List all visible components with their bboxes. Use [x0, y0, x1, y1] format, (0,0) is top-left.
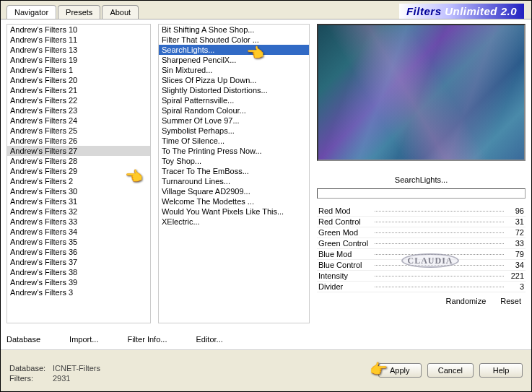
- param-label: Blue Control: [318, 261, 365, 269]
- right-area: SearchLights... Red Mod96Red Control31Gr…: [317, 24, 526, 349]
- param-label: Green Mod: [318, 228, 361, 237]
- filter-item[interactable]: Summer Of Love 97...: [159, 116, 309, 126]
- filter-item[interactable]: Slightly Distorted Distortions...: [159, 85, 309, 95]
- app-window: Navigator Presets About Filters Unlimite…: [0, 0, 532, 392]
- cancel-button[interactable]: Cancel: [427, 363, 474, 378]
- param-label: Blue Mod: [318, 250, 354, 258]
- filter-item[interactable]: To The Printing Press Now...: [159, 146, 309, 156]
- filter-item[interactable]: Would You Want Pixels Like This...: [159, 206, 309, 217]
- category-item[interactable]: Andrew's Filters 29: [7, 166, 150, 176]
- footer-buttons: Apply Cancel Help: [378, 363, 523, 378]
- category-item[interactable]: Andrew's Filters 3: [7, 287, 150, 297]
- category-item[interactable]: Andrew's Filters 22: [7, 95, 150, 105]
- category-panel: Andrew's Filters 10Andrew's Filters 11An…: [6, 24, 151, 323]
- category-item[interactable]: Andrew's Filters 11: [7, 35, 150, 45]
- filter-item[interactable]: Sharpened PencilX...: [159, 55, 309, 65]
- parameters-list: Red Mod96Red Control31Green Mod72Green C…: [317, 206, 526, 292]
- category-item[interactable]: Andrew's Filters 31: [7, 196, 150, 206]
- filters-label: Filters:: [9, 373, 53, 383]
- filter-item[interactable]: Symbolist Perhaps...: [159, 126, 309, 136]
- category-item[interactable]: Andrew's Filters 39: [7, 277, 150, 287]
- filter-item[interactable]: Welcome The Modettes ...: [159, 196, 309, 206]
- category-item[interactable]: Andrew's Filters 35: [7, 237, 150, 247]
- tab-about[interactable]: About: [102, 5, 139, 19]
- db-value: ICNET-Filters: [53, 364, 100, 373]
- preview-image: [317, 24, 526, 161]
- param-value: 33: [513, 239, 524, 248]
- category-item[interactable]: Andrew's Filters 21: [7, 85, 150, 95]
- param-value: 72: [513, 228, 524, 237]
- category-item[interactable]: Andrew's Filters 37: [7, 257, 150, 267]
- category-item[interactable]: Andrew's Filters 32: [7, 206, 150, 217]
- apply-button[interactable]: Apply: [378, 363, 422, 378]
- category-item[interactable]: Andrew's Filters 30: [7, 186, 150, 196]
- param-row[interactable]: Intensity221: [317, 271, 526, 282]
- progress-bar: [317, 188, 526, 199]
- category-item[interactable]: Andrew's Filters 26: [7, 136, 150, 146]
- filter-panel: Bit Shifting A Shoe Shop...Filter That S…: [158, 24, 310, 323]
- param-row[interactable]: Blue Mod79: [317, 249, 526, 260]
- category-item[interactable]: Andrew's Filters 20: [7, 75, 150, 85]
- category-item[interactable]: Andrew's Filters 10: [7, 25, 150, 35]
- category-item[interactable]: Andrew's Filters 28: [7, 156, 150, 166]
- category-item[interactable]: Andrew's Filters 23: [7, 105, 150, 116]
- param-row[interactable]: Divider3: [317, 282, 526, 292]
- filter-item[interactable]: Tracer To The EmBoss...: [159, 166, 309, 176]
- bottom-link-row: Database Import... Filter Info... Editor…: [6, 335, 315, 344]
- filter-item[interactable]: Time Of Silence...: [159, 136, 309, 146]
- filter-item[interactable]: Bit Shifting A Shoe Shop...: [159, 25, 309, 35]
- filter-listbox[interactable]: Bit Shifting A Shoe Shop...Filter That S…: [159, 25, 309, 323]
- param-value: 96: [513, 206, 524, 215]
- param-value: 31: [513, 217, 524, 226]
- param-label: Intensity: [318, 271, 351, 280]
- param-row[interactable]: Red Control31: [317, 217, 526, 227]
- category-item[interactable]: Andrew's Filters 33: [7, 217, 150, 227]
- filter-item[interactable]: Toy Shop...: [159, 156, 309, 166]
- param-value: 34: [513, 261, 524, 269]
- param-value: 221: [508, 271, 524, 280]
- filter-item[interactable]: Village Square AD2909...: [159, 186, 309, 196]
- category-item[interactable]: Andrew's Filters 36: [7, 247, 150, 257]
- param-row[interactable]: Red Mod96: [317, 206, 526, 217]
- category-item[interactable]: Andrew's Filters 38: [7, 267, 150, 277]
- filter-item[interactable]: Filter That Shouted Color ...: [159, 35, 309, 45]
- category-listbox[interactable]: Andrew's Filters 10Andrew's Filters 11An…: [7, 25, 150, 323]
- filter-item[interactable]: Spiral Patternsville...: [159, 95, 309, 105]
- param-row[interactable]: Green Control33: [317, 238, 526, 249]
- editor-button[interactable]: Editor...: [196, 335, 222, 344]
- filter-info-button[interactable]: Filter Info...: [127, 335, 167, 344]
- tab-presets[interactable]: Presets: [58, 5, 100, 19]
- tab-bar: Navigator Presets About Filters Unlimite…: [1, 1, 531, 19]
- category-item[interactable]: Andrew's Filters 19: [7, 55, 150, 65]
- brand-text-pre: Filters: [406, 5, 445, 17]
- category-item[interactable]: Andrew's Filters 24: [7, 116, 150, 126]
- import-button[interactable]: Import...: [69, 335, 98, 344]
- filter-item[interactable]: Turnaround Lines...: [159, 176, 309, 186]
- param-row[interactable]: Blue Control34: [317, 260, 526, 271]
- tab-navigator[interactable]: Navigator: [6, 5, 56, 19]
- right-button-row: Randomize Reset: [317, 297, 526, 305]
- help-button[interactable]: Help: [479, 363, 523, 378]
- footer: Database:ICNET-Filters Filters:2931 Appl…: [1, 349, 531, 391]
- content-area: Andrew's Filters 10Andrew's Filters 11An…: [1, 19, 531, 349]
- category-item[interactable]: Andrew's Filters 2: [7, 176, 150, 186]
- filter-item[interactable]: Spiral Random Colour...: [159, 105, 309, 116]
- filters-value: 2931: [53, 374, 70, 383]
- brand-banner: Filters Unlimited 2.0: [399, 4, 524, 19]
- category-item[interactable]: Andrew's Filters 13: [7, 45, 150, 55]
- category-item[interactable]: Andrew's Filters 1: [7, 65, 150, 75]
- randomize-button[interactable]: Randomize: [446, 297, 487, 305]
- category-item[interactable]: Andrew's Filters 25: [7, 126, 150, 136]
- filter-item[interactable]: Sin Mixtured...: [159, 65, 309, 75]
- filter-item[interactable]: Slices Of Pizza Up Down...: [159, 75, 309, 85]
- reset-button[interactable]: Reset: [500, 297, 521, 305]
- filter-item[interactable]: XElectric...: [159, 217, 309, 227]
- current-filter-label: SearchLights...: [317, 173, 526, 187]
- param-row[interactable]: Green Mod72: [317, 227, 526, 238]
- db-label: Database:: [9, 363, 53, 373]
- param-value: 79: [513, 250, 524, 258]
- filter-item[interactable]: SearchLights...: [159, 45, 309, 55]
- category-item[interactable]: Andrew's Filters 34: [7, 227, 150, 237]
- database-button[interactable]: Database: [6, 335, 40, 344]
- category-item[interactable]: Andrew's Filters 27: [7, 146, 150, 156]
